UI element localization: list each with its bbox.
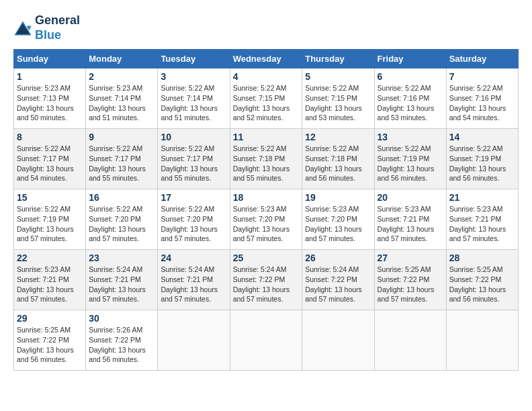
day-info: Sunrise: 5:24 AM Sunset: 7:22 PM Dayligh… <box>233 265 300 304</box>
day-number: 4 <box>233 71 300 82</box>
day-cell-24: 24Sunrise: 5:24 AM Sunset: 7:21 PM Dayli… <box>158 250 230 310</box>
week-row-3: 15Sunrise: 5:22 AM Sunset: 7:19 PM Dayli… <box>14 189 519 250</box>
day-info: Sunrise: 5:22 AM Sunset: 7:19 PM Dayligh… <box>17 204 83 244</box>
day-cell-16: 16Sunrise: 5:22 AM Sunset: 7:20 PM Dayli… <box>86 189 158 250</box>
day-info: Sunrise: 5:22 AM Sunset: 7:19 PM Dayligh… <box>378 144 443 183</box>
day-cell-2: 2Sunrise: 5:23 AM Sunset: 7:14 PM Daylig… <box>86 68 158 129</box>
day-info: Sunrise: 5:24 AM Sunset: 7:22 PM Dayligh… <box>305 265 371 304</box>
day-info: Sunrise: 5:22 AM Sunset: 7:17 PM Dayligh… <box>161 144 226 183</box>
week-row-4: 22Sunrise: 5:23 AM Sunset: 7:21 PM Dayli… <box>14 250 519 310</box>
day-info: Sunrise: 5:22 AM Sunset: 7:17 PM Dayligh… <box>89 144 154 183</box>
day-cell-14: 14Sunrise: 5:22 AM Sunset: 7:19 PM Dayli… <box>446 129 518 189</box>
calendar-body: 1Sunrise: 5:23 AM Sunset: 7:13 PM Daylig… <box>14 68 519 371</box>
day-header-thursday: Thursday <box>302 50 374 68</box>
day-cell-30: 30Sunrise: 5:26 AM Sunset: 7:22 PM Dayli… <box>86 310 158 371</box>
day-info: Sunrise: 5:23 AM Sunset: 7:20 PM Dayligh… <box>233 204 300 244</box>
day-info: Sunrise: 5:22 AM Sunset: 7:20 PM Dayligh… <box>89 204 154 244</box>
day-number: 21 <box>449 192 515 203</box>
week-row-2: 8Sunrise: 5:22 AM Sunset: 7:17 PM Daylig… <box>14 129 519 189</box>
day-info: Sunrise: 5:24 AM Sunset: 7:21 PM Dayligh… <box>161 265 226 304</box>
day-info: Sunrise: 5:22 AM Sunset: 7:19 PM Dayligh… <box>449 144 515 183</box>
day-number: 6 <box>378 71 443 82</box>
day-number: 7 <box>449 71 515 82</box>
day-number: 10 <box>161 132 226 142</box>
day-number: 18 <box>233 192 300 203</box>
day-info: Sunrise: 5:22 AM Sunset: 7:17 PM Dayligh… <box>17 144 83 183</box>
day-info: Sunrise: 5:23 AM Sunset: 7:21 PM Dayligh… <box>378 204 443 244</box>
day-cell-20: 20Sunrise: 5:23 AM Sunset: 7:21 PM Dayli… <box>374 189 446 250</box>
day-info: Sunrise: 5:22 AM Sunset: 7:14 PM Dayligh… <box>161 83 226 123</box>
day-cell-19: 19Sunrise: 5:23 AM Sunset: 7:20 PM Dayli… <box>302 189 374 250</box>
day-number: 27 <box>378 253 443 263</box>
week-row-1: 1Sunrise: 5:23 AM Sunset: 7:13 PM Daylig… <box>14 68 519 129</box>
day-info: Sunrise: 5:23 AM Sunset: 7:14 PM Dayligh… <box>89 83 154 123</box>
day-info: Sunrise: 5:24 AM Sunset: 7:21 PM Dayligh… <box>89 265 154 304</box>
day-cell-23: 23Sunrise: 5:24 AM Sunset: 7:21 PM Dayli… <box>86 250 158 310</box>
day-info: Sunrise: 5:22 AM Sunset: 7:16 PM Dayligh… <box>449 83 515 123</box>
logo-text: General Blue <box>35 13 80 42</box>
day-number: 20 <box>378 192 443 203</box>
day-cell-26: 26Sunrise: 5:24 AM Sunset: 7:22 PM Dayli… <box>302 250 374 310</box>
day-info: Sunrise: 5:25 AM Sunset: 7:22 PM Dayligh… <box>449 265 515 304</box>
empty-cell <box>302 310 374 371</box>
calendar-header: SundayMondayTuesdayWednesdayThursdayFrid… <box>14 50 519 68</box>
day-cell-4: 4Sunrise: 5:22 AM Sunset: 7:15 PM Daylig… <box>230 68 302 129</box>
day-cell-10: 10Sunrise: 5:22 AM Sunset: 7:17 PM Dayli… <box>158 129 230 189</box>
day-cell-3: 3Sunrise: 5:22 AM Sunset: 7:14 PM Daylig… <box>158 68 230 129</box>
day-info: Sunrise: 5:22 AM Sunset: 7:18 PM Dayligh… <box>233 144 300 183</box>
day-number: 28 <box>449 253 515 263</box>
day-cell-12: 12Sunrise: 5:22 AM Sunset: 7:18 PM Dayli… <box>302 129 374 189</box>
day-number: 23 <box>89 253 154 263</box>
logo: General Blue <box>13 13 80 42</box>
day-cell-17: 17Sunrise: 5:22 AM Sunset: 7:20 PM Dayli… <box>158 189 230 250</box>
day-cell-27: 27Sunrise: 5:25 AM Sunset: 7:22 PM Dayli… <box>374 250 446 310</box>
calendar-table: SundayMondayTuesdayWednesdayThursdayFrid… <box>13 49 519 371</box>
day-info: Sunrise: 5:22 AM Sunset: 7:15 PM Dayligh… <box>305 83 371 123</box>
day-info: Sunrise: 5:22 AM Sunset: 7:18 PM Dayligh… <box>305 144 371 183</box>
day-number: 15 <box>17 192 83 203</box>
day-info: Sunrise: 5:26 AM Sunset: 7:22 PM Dayligh… <box>89 325 154 365</box>
day-header-tuesday: Tuesday <box>158 50 230 68</box>
day-header-saturday: Saturday <box>446 50 518 68</box>
day-cell-18: 18Sunrise: 5:23 AM Sunset: 7:20 PM Dayli… <box>230 189 302 250</box>
day-info: Sunrise: 5:25 AM Sunset: 7:22 PM Dayligh… <box>17 325 83 365</box>
day-header-friday: Friday <box>374 50 446 68</box>
day-number: 26 <box>305 253 371 263</box>
day-number: 1 <box>17 71 83 82</box>
day-cell-13: 13Sunrise: 5:22 AM Sunset: 7:19 PM Dayli… <box>374 129 446 189</box>
day-cell-29: 29Sunrise: 5:25 AM Sunset: 7:22 PM Dayli… <box>14 310 86 371</box>
day-number: 8 <box>17 132 83 142</box>
day-info: Sunrise: 5:23 AM Sunset: 7:13 PM Dayligh… <box>17 83 83 123</box>
day-number: 14 <box>449 132 515 142</box>
header-row: SundayMondayTuesdayWednesdayThursdayFrid… <box>14 50 519 68</box>
day-cell-25: 25Sunrise: 5:24 AM Sunset: 7:22 PM Dayli… <box>230 250 302 310</box>
day-number: 22 <box>17 253 83 263</box>
day-cell-5: 5Sunrise: 5:22 AM Sunset: 7:15 PM Daylig… <box>302 68 374 129</box>
day-info: Sunrise: 5:23 AM Sunset: 7:21 PM Dayligh… <box>449 204 515 244</box>
day-cell-11: 11Sunrise: 5:22 AM Sunset: 7:18 PM Dayli… <box>230 129 302 189</box>
logo-icon <box>13 19 32 38</box>
day-cell-6: 6Sunrise: 5:22 AM Sunset: 7:16 PM Daylig… <box>374 68 446 129</box>
empty-cell <box>158 310 230 371</box>
empty-cell <box>230 310 302 371</box>
week-row-5: 29Sunrise: 5:25 AM Sunset: 7:22 PM Dayli… <box>14 310 519 371</box>
day-number: 3 <box>161 71 226 82</box>
day-cell-1: 1Sunrise: 5:23 AM Sunset: 7:13 PM Daylig… <box>14 68 86 129</box>
day-cell-15: 15Sunrise: 5:22 AM Sunset: 7:19 PM Dayli… <box>14 189 86 250</box>
day-cell-28: 28Sunrise: 5:25 AM Sunset: 7:22 PM Dayli… <box>446 250 518 310</box>
day-cell-7: 7Sunrise: 5:22 AM Sunset: 7:16 PM Daylig… <box>446 68 518 129</box>
day-cell-8: 8Sunrise: 5:22 AM Sunset: 7:17 PM Daylig… <box>14 129 86 189</box>
day-number: 12 <box>305 132 371 142</box>
day-info: Sunrise: 5:23 AM Sunset: 7:21 PM Dayligh… <box>17 265 83 304</box>
empty-cell <box>374 310 446 371</box>
day-header-sunday: Sunday <box>14 50 86 68</box>
day-number: 29 <box>17 313 83 324</box>
day-header-wednesday: Wednesday <box>230 50 302 68</box>
day-info: Sunrise: 5:22 AM Sunset: 7:16 PM Dayligh… <box>378 83 443 123</box>
day-number: 9 <box>89 132 154 142</box>
day-number: 2 <box>89 71 154 82</box>
day-info: Sunrise: 5:25 AM Sunset: 7:22 PM Dayligh… <box>378 265 443 304</box>
header: General Blue <box>13 13 519 42</box>
day-info: Sunrise: 5:23 AM Sunset: 7:20 PM Dayligh… <box>305 204 371 244</box>
day-number: 5 <box>305 71 371 82</box>
